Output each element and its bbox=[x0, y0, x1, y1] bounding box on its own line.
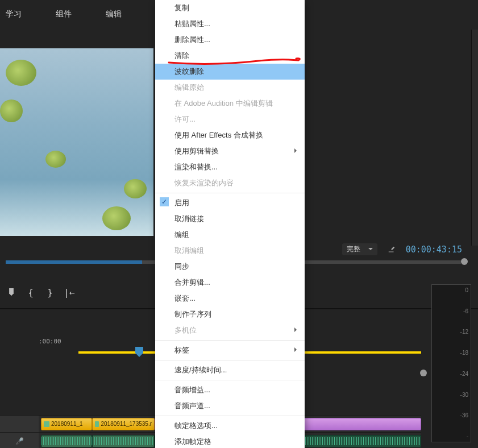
context-menu-item[interactable]: 同步 bbox=[155, 259, 305, 275]
audio-clip[interactable] bbox=[92, 435, 155, 447]
context-menu-item[interactable]: 嵌套... bbox=[155, 291, 305, 306]
meter-tick: -6 bbox=[463, 308, 468, 314]
mark-out-icon[interactable]: } bbox=[44, 287, 56, 298]
context-menu-item[interactable]: 添加帧定格 bbox=[155, 434, 305, 448]
ruler-tick-label: :00:00 bbox=[39, 338, 61, 345]
preview-content bbox=[124, 179, 147, 198]
ruler-end-handle[interactable] bbox=[420, 370, 427, 376]
context-menu-item: 取消编组 bbox=[155, 243, 305, 259]
meter-tick: -36 bbox=[460, 412, 468, 418]
program-progress-fill bbox=[6, 260, 142, 264]
context-menu-item[interactable]: 复制 bbox=[155, 0, 305, 16]
menu-assembly[interactable]: 组件 bbox=[50, 5, 77, 24]
waveform bbox=[93, 437, 154, 445]
voiceover-mic-icon[interactable]: 🎤 bbox=[15, 437, 24, 445]
menu-edit[interactable]: 编辑 bbox=[100, 5, 127, 24]
context-menu-item[interactable]: 标签 bbox=[155, 342, 305, 358]
fx-badge-icon bbox=[44, 421, 49, 427]
context-menu-item: 许可... bbox=[155, 111, 305, 127]
preview-content bbox=[102, 206, 131, 230]
context-menu-item[interactable]: 使用 After Effects 合成替换 bbox=[155, 127, 305, 143]
context-menu-item[interactable]: 取消链接 bbox=[155, 211, 305, 227]
playhead-indicator-icon bbox=[135, 347, 143, 357]
clip-context-menu: 复制粘贴属性...删除属性...清除波纹删除编辑原始在 Adobe Auditi… bbox=[155, 0, 305, 448]
mark-in-icon[interactable]: { bbox=[25, 287, 36, 298]
menu-learn[interactable]: 学习 bbox=[0, 5, 27, 24]
video-clip[interactable]: 20180911_1 bbox=[41, 418, 92, 430]
clip-label: 20180911_1 bbox=[51, 421, 83, 427]
waveform bbox=[41, 437, 92, 445]
meter-tick: -24 bbox=[460, 371, 468, 377]
context-menu-item[interactable]: 删除属性... bbox=[155, 32, 305, 48]
preview-content bbox=[45, 151, 66, 168]
audio-meter: 0 -6 -12 -18 -24 -30 -36 - bbox=[431, 284, 471, 442]
context-menu-item[interactable]: 音频声道... bbox=[155, 398, 305, 414]
context-menu-item[interactable]: 合并剪辑... bbox=[155, 275, 305, 291]
audio-clip[interactable] bbox=[41, 435, 92, 447]
context-menu-item: 编辑原始 bbox=[155, 80, 305, 96]
context-menu-item[interactable]: 波纹删除 bbox=[155, 64, 305, 80]
context-menu-item[interactable]: 速度/持续时间... bbox=[155, 362, 305, 378]
meter-tick: -30 bbox=[460, 392, 468, 398]
meter-tick: 0 bbox=[465, 287, 468, 293]
meter-scale: 0 -6 -12 -18 -24 -30 -36 - bbox=[460, 287, 468, 439]
checkmark-icon: ✓ bbox=[160, 197, 169, 206]
context-menu-item[interactable]: 清除 bbox=[155, 48, 305, 64]
panel-edge[interactable] bbox=[471, 30, 478, 246]
context-menu-item[interactable]: 粘贴属性... bbox=[155, 16, 305, 32]
context-menu-item[interactable]: 制作子序列 bbox=[155, 306, 305, 322]
program-monitor[interactable] bbox=[0, 48, 153, 236]
context-menu-item[interactable]: 启用✓ bbox=[155, 195, 305, 211]
context-menu-item: 恢复未渲染的内容 bbox=[155, 175, 305, 191]
clip-label: 20180911_173535.r bbox=[101, 421, 152, 427]
add-marker-icon[interactable] bbox=[6, 287, 17, 298]
track-header[interactable]: 🎤 bbox=[0, 433, 39, 448]
preview-content bbox=[0, 99, 23, 122]
track-header[interactable] bbox=[0, 416, 39, 432]
progress-handle[interactable] bbox=[461, 258, 468, 265]
context-menu-item[interactable]: 编组 bbox=[155, 227, 305, 243]
context-menu-item: 多机位 bbox=[155, 322, 305, 338]
meter-tick: - bbox=[467, 433, 468, 439]
playhead[interactable] bbox=[135, 347, 143, 357]
fx-badge-icon bbox=[95, 421, 99, 427]
settings-wrench-icon[interactable] bbox=[388, 246, 396, 254]
program-timecode[interactable]: 00:00:43:15 bbox=[406, 244, 462, 255]
meter-tick: -12 bbox=[460, 329, 468, 335]
zoom-fit-dropdown[interactable]: 完整 bbox=[342, 243, 377, 255]
context-menu-item[interactable]: 使用剪辑替换 bbox=[155, 143, 305, 159]
video-clip[interactable]: 20180911_173535.r bbox=[92, 418, 155, 430]
meter-tick: -18 bbox=[460, 350, 468, 356]
go-to-in-icon[interactable]: |← bbox=[64, 287, 75, 298]
context-menu-item[interactable]: 音频增益... bbox=[155, 382, 305, 398]
context-menu-item[interactable]: 渲染和替换... bbox=[155, 159, 305, 175]
context-menu-item[interactable]: 帧定格选项... bbox=[155, 418, 305, 434]
preview-content bbox=[6, 60, 36, 86]
context-menu-item: 在 Adobe Audition 中编辑剪辑 bbox=[155, 96, 305, 111]
